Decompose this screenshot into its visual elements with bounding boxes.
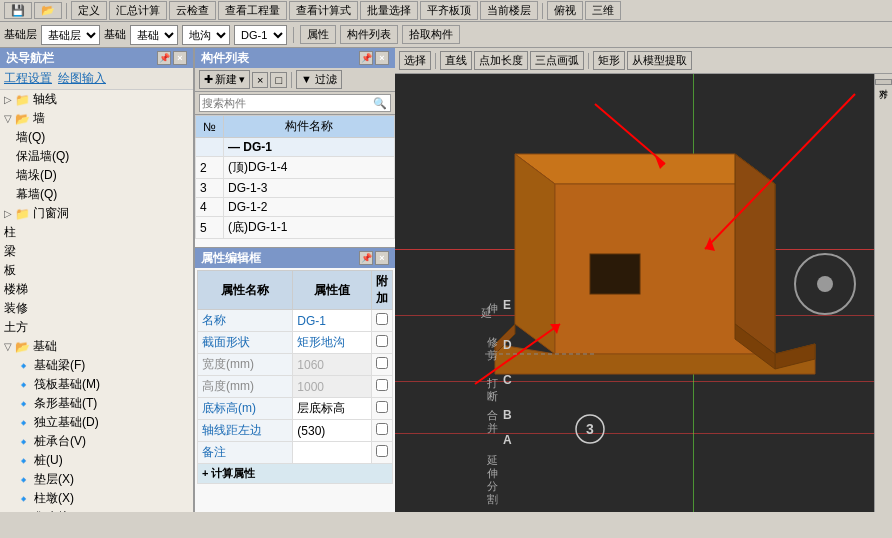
props-section-calc[interactable]: + 计算属性 xyxy=(198,464,393,484)
prop-name-5: 轴线距左边 xyxy=(198,420,293,442)
comp-copy-btn[interactable]: □ xyxy=(270,72,287,88)
nav-label-isolated-foundation: 独立基础(D) xyxy=(34,414,99,431)
prop-value-6[interactable] xyxy=(293,442,372,464)
view-btn-line[interactable]: 直线 xyxy=(440,51,472,70)
prop-value-0[interactable]: DG-1 xyxy=(293,310,372,332)
table-row[interactable]: 3 DG-1-3 xyxy=(196,179,395,198)
list-item[interactable]: 底标高(m) 层底标高 xyxy=(198,398,393,420)
toolbar-btn-current-floor[interactable]: 当前楼层 xyxy=(480,1,538,20)
toolbar-btn-comp-list[interactable]: 构件列表 xyxy=(340,25,398,44)
prop-add-5[interactable] xyxy=(372,420,393,442)
nav-item-slab[interactable]: 板 xyxy=(0,261,193,280)
prop-checkbox-5[interactable] xyxy=(376,423,388,435)
toolbar-btn-batch-select[interactable]: 批量选择 xyxy=(360,1,418,20)
prop-checkbox-1[interactable] xyxy=(376,335,388,347)
prop-name-1: 截面形状 xyxy=(198,332,293,354)
comp-table: № 构件名称 — DG-1 2 (顶)DG-1-4 xyxy=(195,115,395,239)
list-item[interactable]: 高度(mm) 1000 xyxy=(198,376,393,398)
comp-new-btn[interactable]: ✚ 新建 ▾ xyxy=(199,70,250,89)
prop-checkbox-3[interactable] xyxy=(376,379,388,391)
element-id-select[interactable]: DG-1 xyxy=(234,25,287,45)
nav-item-wall-insulation[interactable]: 保温墙(Q) xyxy=(0,147,193,166)
project-setup-link[interactable]: 工程设置 xyxy=(4,70,52,87)
search-input[interactable] xyxy=(199,94,391,112)
nav-item-foundation-beam[interactable]: 🔹 基础梁(F) xyxy=(0,356,193,375)
prop-add-0[interactable] xyxy=(372,310,393,332)
prop-checkbox-2[interactable] xyxy=(376,357,388,369)
comp-list-pin[interactable]: 📌 xyxy=(359,51,373,65)
drawing-import-link[interactable]: 绘图输入 xyxy=(58,70,106,87)
comp-filter-btn[interactable]: ▼ 过滤 xyxy=(296,70,342,89)
nav-item-isolated-foundation[interactable]: 🔹 独立基础(D) xyxy=(0,413,193,432)
nav-item-beam[interactable]: 梁 xyxy=(0,242,193,261)
nav-item-foundation[interactable]: ▽ 📂 基础 xyxy=(0,337,193,356)
props-close[interactable]: × xyxy=(375,251,389,265)
panel-pin-btn[interactable]: 📌 xyxy=(157,51,171,65)
toolbar-btn-pick-comp[interactable]: 拾取构件 xyxy=(402,25,460,44)
list-item[interactable]: 名称 DG-1 xyxy=(198,310,393,332)
nav-item-stair[interactable]: 楼梯 xyxy=(0,280,193,299)
view-btn-arc[interactable]: 三点画弧 xyxy=(530,51,584,70)
nav-item-wall-curtain[interactable]: 幕墙(Q) xyxy=(0,185,193,204)
toolbar-btn-save[interactable]: 💾 xyxy=(4,2,32,19)
view-btn-select[interactable]: 选择 xyxy=(399,51,431,70)
nav-item-door-window[interactable]: ▷ 📁 门窗洞 xyxy=(0,204,193,223)
3d-viewport[interactable]: E D C B A 3 延 伸 xyxy=(395,74,892,512)
toolbar-btn-calc[interactable]: 汇总计算 xyxy=(109,1,167,20)
toolbar-btn-properties[interactable]: 属性 xyxy=(300,25,336,44)
toolbar-btn-view-engineering[interactable]: 查看工程量 xyxy=(218,1,287,20)
nav-item-sump[interactable]: 🔹 集水坑(S) xyxy=(0,508,193,512)
nav-item-column[interactable]: 柱 xyxy=(0,223,193,242)
nav-item-pile[interactable]: 🔹 桩(U) xyxy=(0,451,193,470)
nav-label-beam: 梁 xyxy=(4,243,16,260)
element-select[interactable]: 地沟 xyxy=(182,25,230,45)
prop-value-4[interactable]: 层底标高 xyxy=(293,398,372,420)
table-row[interactable]: 4 DG-1-2 xyxy=(196,198,395,217)
prop-value-1[interactable]: 矩形地沟 xyxy=(293,332,372,354)
toolbar-btn-view-formula[interactable]: 查看计算式 xyxy=(289,1,358,20)
toolbar-btn-define[interactable]: 定义 xyxy=(71,1,107,20)
comp-delete-btn[interactable]: × xyxy=(252,72,268,88)
nav-item-cushion[interactable]: 🔹 垫层(X) xyxy=(0,470,193,489)
prop-checkbox-0[interactable] xyxy=(376,313,388,325)
panel-close-btn[interactable]: × xyxy=(173,51,187,65)
list-item[interactable]: 轴线距左边 (530) xyxy=(198,420,393,442)
view-btn-point-length[interactable]: 点加长度 xyxy=(474,51,528,70)
list-item[interactable]: 备注 xyxy=(198,442,393,464)
tool-right-1[interactable]: 对齐 xyxy=(875,79,892,85)
prop-add-2[interactable] xyxy=(372,354,393,376)
nav-item-strip-foundation[interactable]: 🔹 条形基础(T) xyxy=(0,394,193,413)
prop-value-5[interactable]: (530) xyxy=(293,420,372,442)
nav-item-pile-cap[interactable]: 🔹 桩承台(V) xyxy=(0,432,193,451)
nav-item-wall-beam[interactable]: 墙垛(D) xyxy=(0,166,193,185)
nav-item-wall[interactable]: ▽ 📂 墙 xyxy=(0,109,193,128)
view-btn-rect[interactable]: 矩形 xyxy=(593,51,625,70)
prop-checkbox-4[interactable] xyxy=(376,401,388,413)
prop-add-3[interactable] xyxy=(372,376,393,398)
list-item[interactable]: 宽度(mm) 1060 xyxy=(198,354,393,376)
props-pin[interactable]: 📌 xyxy=(359,251,373,265)
table-row[interactable]: — DG-1 xyxy=(196,138,395,157)
prop-checkbox-6[interactable] xyxy=(376,445,388,457)
toolbar-btn-top-view[interactable]: 俯视 xyxy=(547,1,583,20)
nav-item-axis[interactable]: ▷ 📁 轴线 xyxy=(0,90,193,109)
nav-item-earthwork[interactable]: 土方 xyxy=(0,318,193,337)
toolbar-btn-open[interactable]: 📂 xyxy=(34,2,62,19)
nav-item-column-pit[interactable]: 🔹 柱墩(X) xyxy=(0,489,193,508)
list-item[interactable]: 截面形状 矩形地沟 xyxy=(198,332,393,354)
prop-add-1[interactable] xyxy=(372,332,393,354)
view-btn-from-model[interactable]: 从模型提取 xyxy=(627,51,692,70)
toolbar-btn-cloud[interactable]: 云检查 xyxy=(169,1,216,20)
comp-list-close[interactable]: × xyxy=(375,51,389,65)
type-select[interactable]: 基础 xyxy=(130,25,178,45)
toolbar-btn-flat-top[interactable]: 平齐板顶 xyxy=(420,1,478,20)
table-row[interactable]: 5 (底)DG-1-1 xyxy=(196,217,395,239)
nav-item-decoration[interactable]: 装修 xyxy=(0,299,193,318)
table-row[interactable]: 2 (顶)DG-1-4 xyxy=(196,157,395,179)
nav-item-wall-q[interactable]: 墙(Q) xyxy=(0,128,193,147)
toolbar-btn-3d-view[interactable]: 三维 xyxy=(585,1,621,20)
nav-item-floor-foundation[interactable]: 🔹 筏板基础(M) xyxy=(0,375,193,394)
layer-select[interactable]: 基础层 xyxy=(41,25,100,45)
prop-add-4[interactable] xyxy=(372,398,393,420)
prop-add-6[interactable] xyxy=(372,442,393,464)
